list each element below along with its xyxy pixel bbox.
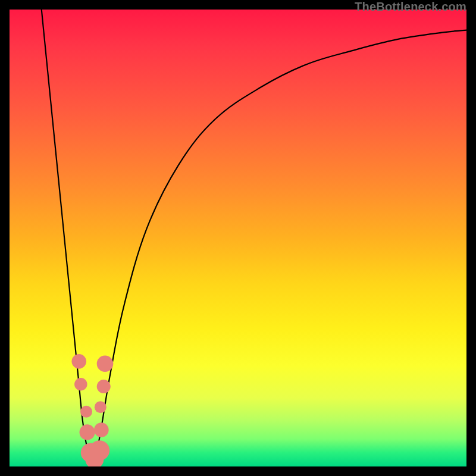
- data-point-marker: [80, 424, 95, 440]
- data-point-marker: [94, 422, 109, 437]
- data-point-marker: [89, 440, 109, 461]
- plot-area: [10, 10, 466, 466]
- watermark-text: TheBottleneck.com: [355, 0, 466, 14]
- curve-left-branch: [42, 10, 92, 462]
- data-point-marker: [97, 380, 111, 393]
- data-point-marker: [74, 378, 87, 391]
- curve-right-branch: [92, 30, 466, 462]
- chart-svg: [10, 10, 466, 466]
- curve-layer: [42, 10, 466, 462]
- data-point-marker: [95, 401, 107, 413]
- data-point-marker: [97, 355, 114, 372]
- chart-frame: TheBottleneck.com: [0, 0, 476, 476]
- data-point-marker: [80, 406, 92, 418]
- data-point-marker: [71, 354, 86, 369]
